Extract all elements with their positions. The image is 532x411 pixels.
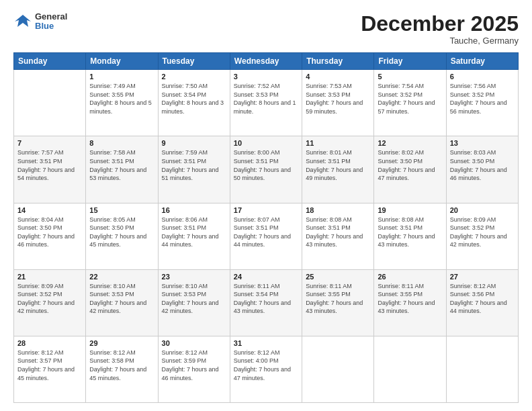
day-info: Sunrise: 8:08 AM Sunset: 3:51 PM Dayligh… <box>378 216 442 249</box>
day-number: 18 <box>306 206 370 214</box>
day-info: Sunrise: 8:12 AM Sunset: 3:57 PM Dayligh… <box>17 349 82 382</box>
logo-text: General Blue <box>35 12 67 32</box>
table-row <box>14 70 86 136</box>
calendar-week-row: 1Sunrise: 7:49 AM Sunset: 3:55 PM Daylig… <box>14 70 519 136</box>
day-info: Sunrise: 8:11 AM Sunset: 3:54 PM Dayligh… <box>234 282 298 316</box>
day-number: 13 <box>450 139 515 147</box>
day-info: Sunrise: 8:10 AM Sunset: 3:53 PM Dayligh… <box>89 282 154 316</box>
day-info: Sunrise: 7:53 AM Sunset: 3:53 PM Dayligh… <box>306 82 370 116</box>
col-tuesday: Tuesday <box>158 53 230 70</box>
table-row: 10Sunrise: 8:00 AM Sunset: 3:51 PM Dayli… <box>230 136 302 203</box>
day-info: Sunrise: 8:01 AM Sunset: 3:51 PM Dayligh… <box>306 148 370 182</box>
day-info: Sunrise: 8:02 AM Sunset: 3:50 PM Dayligh… <box>378 148 442 182</box>
table-row <box>446 336 518 402</box>
col-wednesday: Wednesday <box>230 53 302 70</box>
day-number: 28 <box>17 339 82 347</box>
day-info: Sunrise: 7:52 AM Sunset: 3:53 PM Dayligh… <box>234 82 298 116</box>
day-info: Sunrise: 7:49 AM Sunset: 3:55 PM Dayligh… <box>89 82 154 116</box>
title-block: December 2025 Tauche, Germany <box>361 12 519 46</box>
table-row: 25Sunrise: 8:11 AM Sunset: 3:55 PM Dayli… <box>302 269 374 336</box>
month-title: December 2025 <box>361 12 519 36</box>
day-number: 24 <box>234 273 298 281</box>
day-info: Sunrise: 7:50 AM Sunset: 3:54 PM Dayligh… <box>162 82 226 116</box>
table-row: 2Sunrise: 7:50 AM Sunset: 3:54 PM Daylig… <box>158 70 230 136</box>
svg-marker-0 <box>15 15 31 27</box>
table-row: 3Sunrise: 7:52 AM Sunset: 3:53 PM Daylig… <box>230 70 302 136</box>
table-row: 31Sunrise: 8:12 AM Sunset: 4:00 PM Dayli… <box>230 336 302 402</box>
table-row: 18Sunrise: 8:08 AM Sunset: 3:51 PM Dayli… <box>302 203 374 269</box>
location-subtitle: Tauche, Germany <box>361 36 519 46</box>
table-row: 14Sunrise: 8:04 AM Sunset: 3:50 PM Dayli… <box>14 203 86 269</box>
table-row: 1Sunrise: 7:49 AM Sunset: 3:55 PM Daylig… <box>86 70 158 136</box>
header: General Blue December 2025 Tauche, Germa… <box>13 12 519 46</box>
logo-bird-icon <box>13 12 32 31</box>
col-saturday: Saturday <box>446 53 518 70</box>
day-number: 30 <box>162 339 226 347</box>
calendar-header-row: Sunday Monday Tuesday Wednesday Thursday… <box>14 53 519 70</box>
day-number: 15 <box>89 206 154 214</box>
day-number: 5 <box>378 73 442 81</box>
table-row: 8Sunrise: 7:58 AM Sunset: 3:51 PM Daylig… <box>86 136 158 203</box>
day-info: Sunrise: 8:04 AM Sunset: 3:50 PM Dayligh… <box>17 216 82 249</box>
day-number: 29 <box>89 339 154 347</box>
table-row: 5Sunrise: 7:54 AM Sunset: 3:52 PM Daylig… <box>374 70 446 136</box>
col-friday: Friday <box>374 53 446 70</box>
logo-general: General <box>35 12 67 21</box>
day-number: 1 <box>89 73 154 81</box>
day-info: Sunrise: 8:12 AM Sunset: 3:58 PM Dayligh… <box>89 349 154 382</box>
table-row: 22Sunrise: 8:10 AM Sunset: 3:53 PM Dayli… <box>86 269 158 336</box>
col-monday: Monday <box>86 53 158 70</box>
col-sunday: Sunday <box>14 53 86 70</box>
table-row: 7Sunrise: 7:57 AM Sunset: 3:51 PM Daylig… <box>14 136 86 203</box>
day-info: Sunrise: 8:06 AM Sunset: 3:51 PM Dayligh… <box>162 216 226 249</box>
day-info: Sunrise: 7:57 AM Sunset: 3:51 PM Dayligh… <box>17 148 82 182</box>
day-number: 12 <box>378 139 442 147</box>
day-number: 9 <box>162 139 226 147</box>
day-number: 6 <box>450 73 515 81</box>
day-number: 4 <box>306 73 370 81</box>
calendar-week-row: 28Sunrise: 8:12 AM Sunset: 3:57 PM Dayli… <box>14 336 519 402</box>
table-row: 24Sunrise: 8:11 AM Sunset: 3:54 PM Dayli… <box>230 269 302 336</box>
day-number: 11 <box>306 139 370 147</box>
day-number: 10 <box>234 139 298 147</box>
logo: General Blue <box>13 12 67 32</box>
table-row: 16Sunrise: 8:06 AM Sunset: 3:51 PM Dayli… <box>158 203 230 269</box>
day-number: 14 <box>17 206 82 214</box>
table-row: 30Sunrise: 8:12 AM Sunset: 3:59 PM Dayli… <box>158 336 230 402</box>
table-row: 6Sunrise: 7:56 AM Sunset: 3:52 PM Daylig… <box>446 70 518 136</box>
day-number: 23 <box>162 273 226 281</box>
table-row: 23Sunrise: 8:10 AM Sunset: 3:53 PM Dayli… <box>158 269 230 336</box>
day-number: 20 <box>450 206 515 214</box>
table-row: 19Sunrise: 8:08 AM Sunset: 3:51 PM Dayli… <box>374 203 446 269</box>
table-row: 15Sunrise: 8:05 AM Sunset: 3:50 PM Dayli… <box>86 203 158 269</box>
day-info: Sunrise: 8:10 AM Sunset: 3:53 PM Dayligh… <box>162 282 226 316</box>
day-number: 21 <box>17 273 82 281</box>
day-info: Sunrise: 7:59 AM Sunset: 3:51 PM Dayligh… <box>162 148 226 182</box>
calendar-week-row: 7Sunrise: 7:57 AM Sunset: 3:51 PM Daylig… <box>14 136 519 203</box>
day-info: Sunrise: 8:05 AM Sunset: 3:50 PM Dayligh… <box>89 216 154 249</box>
day-number: 8 <box>89 139 154 147</box>
day-info: Sunrise: 8:12 AM Sunset: 3:56 PM Dayligh… <box>450 282 515 316</box>
day-number: 17 <box>234 206 298 214</box>
day-info: Sunrise: 8:03 AM Sunset: 3:50 PM Dayligh… <box>450 148 515 182</box>
table-row <box>302 336 374 402</box>
calendar-week-row: 14Sunrise: 8:04 AM Sunset: 3:50 PM Dayli… <box>14 203 519 269</box>
day-info: Sunrise: 7:56 AM Sunset: 3:52 PM Dayligh… <box>450 82 515 116</box>
table-row: 17Sunrise: 8:07 AM Sunset: 3:51 PM Dayli… <box>230 203 302 269</box>
day-info: Sunrise: 8:08 AM Sunset: 3:51 PM Dayligh… <box>306 216 370 249</box>
table-row: 29Sunrise: 8:12 AM Sunset: 3:58 PM Dayli… <box>86 336 158 402</box>
day-number: 31 <box>234 339 298 347</box>
day-info: Sunrise: 8:00 AM Sunset: 3:51 PM Dayligh… <box>234 148 298 182</box>
day-info: Sunrise: 8:09 AM Sunset: 3:52 PM Dayligh… <box>17 282 82 316</box>
table-row <box>374 336 446 402</box>
day-info: Sunrise: 8:12 AM Sunset: 3:59 PM Dayligh… <box>162 349 226 382</box>
col-thursday: Thursday <box>302 53 374 70</box>
day-info: Sunrise: 8:07 AM Sunset: 3:51 PM Dayligh… <box>234 216 298 249</box>
table-row: 26Sunrise: 8:11 AM Sunset: 3:55 PM Dayli… <box>374 269 446 336</box>
day-number: 2 <box>162 73 226 81</box>
table-row: 28Sunrise: 8:12 AM Sunset: 3:57 PM Dayli… <box>14 336 86 402</box>
calendar-table: Sunday Monday Tuesday Wednesday Thursday… <box>13 52 519 403</box>
page: General Blue December 2025 Tauche, Germa… <box>0 0 532 411</box>
day-number: 16 <box>162 206 226 214</box>
day-number: 25 <box>306 273 370 281</box>
